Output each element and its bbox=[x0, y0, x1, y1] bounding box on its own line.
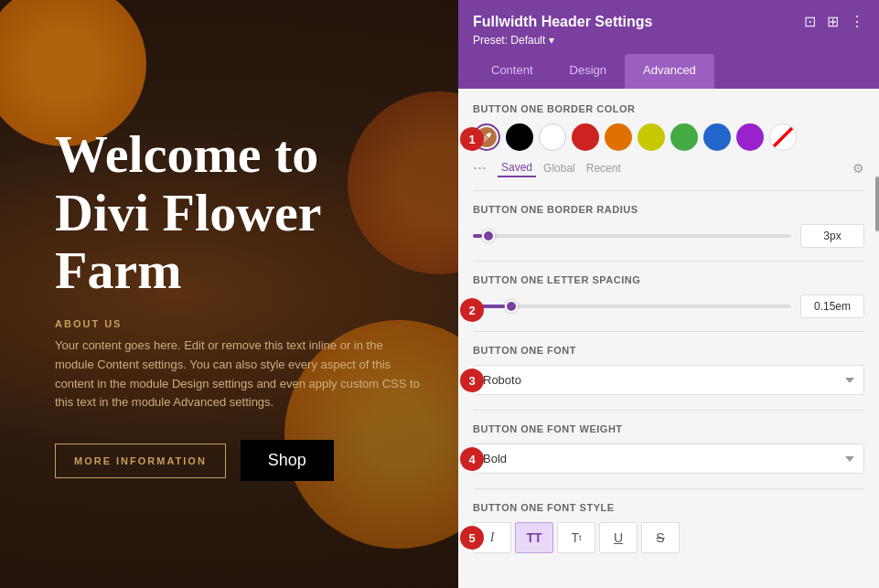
color-tab-recent[interactable]: Recent bbox=[583, 160, 625, 176]
color-swatch-green[interactable] bbox=[670, 123, 698, 151]
scrollbar-thumb[interactable] bbox=[875, 176, 879, 231]
font-weight-select[interactable]: Thin Light Regular Bold Extra Bold bbox=[473, 444, 864, 474]
more-information-button[interactable]: MORE INFORMATION bbox=[55, 444, 226, 478]
color-picker-swatch[interactable] bbox=[473, 123, 500, 151]
preset-label[interactable]: Preset: Default ▾ bbox=[473, 34, 864, 47]
letter-spacing-slider-row bbox=[473, 294, 864, 318]
font-label: Button One Font bbox=[473, 345, 864, 356]
letter-spacing-field: 2 Button One Letter Spacing bbox=[473, 274, 864, 318]
font-style-field: 5 Button One Font Style I TT Tt U S bbox=[473, 502, 864, 553]
color-tabs-row: ··· Saved Global Recent ⚙ bbox=[473, 158, 864, 177]
page-title: Welcome to Divi Flower Farm bbox=[55, 125, 421, 300]
color-swatch-black[interactable] bbox=[506, 123, 533, 151]
column-icon[interactable]: ⊞ bbox=[827, 13, 839, 30]
cta-buttons-row: MORE INFORMATION Shop bbox=[55, 440, 421, 481]
left-content-area: Welcome to Divi Flower Farm ABOUT US You… bbox=[0, 0, 457, 588]
divider-4 bbox=[473, 410, 864, 411]
color-swatch-blue[interactable] bbox=[703, 123, 731, 151]
tab-design[interactable]: Design bbox=[552, 54, 625, 89]
color-more-icon[interactable]: ··· bbox=[473, 158, 487, 177]
letter-spacing-slider-track[interactable] bbox=[473, 305, 791, 308]
color-swatch-orange[interactable] bbox=[605, 123, 632, 151]
color-settings-icon[interactable]: ⚙ bbox=[852, 161, 864, 176]
divider-1 bbox=[473, 190, 864, 191]
about-us-label: ABOUT US bbox=[55, 318, 421, 329]
font-style-uppercase-button[interactable]: TT bbox=[515, 522, 553, 553]
color-tab-saved[interactable]: Saved bbox=[498, 159, 536, 177]
color-tab-global[interactable]: Global bbox=[540, 160, 579, 176]
font-field: 3 Button One Font Roboto Open Sans Lato … bbox=[473, 345, 864, 397]
font-select[interactable]: Roboto Open Sans Lato Montserrat Oswald bbox=[473, 365, 864, 395]
border-radius-field: Button One Border Radius bbox=[473, 204, 864, 248]
border-color-field: 1 Button One Border Color ··· S bbox=[473, 103, 864, 177]
font-style-label: Button One Font Style bbox=[473, 502, 864, 513]
panel-title: Fullwidth Header Settings bbox=[473, 14, 652, 30]
border-color-label: Button One Border Color bbox=[473, 103, 864, 114]
border-radius-slider-row bbox=[473, 224, 864, 248]
border-radius-slider-track[interactable] bbox=[473, 234, 791, 238]
tab-content[interactable]: Content bbox=[473, 54, 552, 89]
content-text: Your content goes here. Edit or remove t… bbox=[55, 337, 421, 412]
font-weight-field: 4 Button One Font Weight Thin Light Regu… bbox=[473, 423, 864, 476]
border-radius-label: Button One Border Radius bbox=[473, 204, 864, 215]
color-swatches-row bbox=[473, 123, 864, 151]
divider-3 bbox=[473, 331, 864, 332]
divider-2 bbox=[473, 261, 864, 262]
font-style-capitalize-button[interactable]: Tt bbox=[557, 522, 595, 553]
divider-5 bbox=[473, 488, 864, 489]
panel-icons-group: ⊡ ⊞ ⋮ bbox=[804, 13, 864, 30]
eyedropper-icon bbox=[480, 131, 493, 144]
border-radius-input[interactable] bbox=[800, 224, 864, 248]
letter-spacing-slider-fill bbox=[473, 305, 505, 308]
panel-body: 1 Button One Border Color ··· S bbox=[458, 89, 879, 588]
border-radius-slider-thumb[interactable] bbox=[482, 230, 495, 242]
letter-spacing-label: Button One Letter Spacing bbox=[473, 274, 864, 285]
panel-header: Fullwidth Header Settings ⊡ ⊞ ⋮ Preset: … bbox=[458, 0, 879, 89]
font-style-buttons-row: I TT Tt U S bbox=[473, 522, 864, 553]
settings-panel: Fullwidth Header Settings ⊡ ⊞ ⋮ Preset: … bbox=[458, 0, 879, 588]
color-swatch-transparent[interactable] bbox=[769, 123, 797, 151]
panel-tabs: Content Design Advanced bbox=[473, 54, 864, 89]
font-style-italic-button[interactable]: I bbox=[473, 522, 511, 553]
font-style-underline-button[interactable]: U bbox=[599, 522, 638, 553]
font-style-strikethrough-button[interactable]: S bbox=[641, 522, 680, 553]
shop-button[interactable]: Shop bbox=[241, 440, 334, 481]
letter-spacing-slider-thumb[interactable] bbox=[505, 300, 518, 313]
more-options-icon[interactable]: ⋮ bbox=[850, 13, 864, 30]
tab-advanced[interactable]: Advanced bbox=[625, 54, 714, 89]
border-radius-slider-fill bbox=[473, 234, 482, 238]
color-swatch-red[interactable] bbox=[572, 123, 599, 151]
color-swatch-yellow[interactable] bbox=[638, 123, 665, 151]
expand-icon[interactable]: ⊡ bbox=[804, 13, 816, 30]
letter-spacing-input[interactable] bbox=[800, 294, 864, 318]
color-swatch-white[interactable] bbox=[539, 123, 566, 151]
panel-title-row: Fullwidth Header Settings ⊡ ⊞ ⋮ bbox=[473, 13, 864, 30]
color-swatch-purple[interactable] bbox=[736, 123, 764, 151]
font-weight-label: Button One Font Weight bbox=[473, 423, 864, 434]
